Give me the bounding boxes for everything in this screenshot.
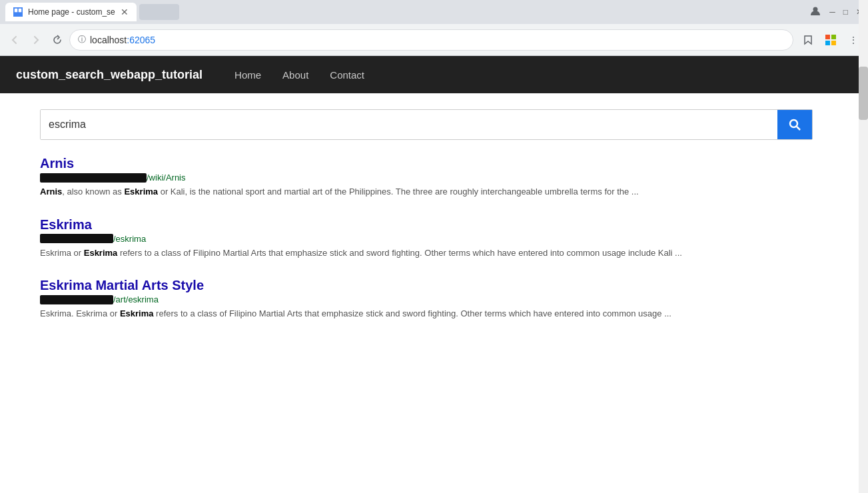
search-btn[interactable] [777, 110, 812, 139]
results-section: Arnis /wiki/Arnis Arnis, also known as E… [0, 156, 868, 320]
app-navbar: custom_search_webapp_tutorial Home About… [0, 56, 868, 93]
nav-contact[interactable]: Contact [330, 69, 364, 81]
inactive-tab[interactable] [139, 4, 179, 20]
result-item: Eskrima Martial Arts Style /art/eskrima … [40, 278, 828, 320]
windows-icon [821, 31, 840, 49]
svg-marker-3 [805, 36, 811, 44]
result-item: Arnis /wiki/Arnis Arnis, also known as E… [40, 156, 828, 199]
title-bar: Home page - custom_se ✕ ─ □ ✕ [0, 0, 868, 24]
tab-title: Home page - custom_se [28, 7, 115, 17]
result-url-path: /art/eskrima [113, 294, 159, 304]
search-input[interactable] [41, 110, 777, 139]
restore-btn[interactable]: □ [843, 7, 848, 17]
back-btn[interactable] [5, 31, 24, 49]
nav-home[interactable]: Home [234, 69, 261, 81]
result-url-row: /eskrima [40, 234, 828, 244]
reload-btn[interactable] [48, 31, 67, 49]
forward-btn[interactable] [27, 31, 45, 49]
app-wrapper: custom_search_webapp_tutorial Home About… [0, 56, 868, 493]
svg-rect-5 [831, 35, 836, 39]
redacted-url [40, 234, 113, 243]
scrollbar[interactable] [859, 0, 868, 493]
svg-rect-1 [19, 9, 21, 12]
nav-about[interactable]: About [282, 69, 308, 81]
tab-close-btn[interactable]: ✕ [121, 7, 129, 17]
result-title-eskrima-martial[interactable]: Eskrima Martial Arts Style [40, 278, 204, 292]
result-item: Eskrima /eskrima Eskrima or Eskrima refe… [40, 217, 828, 260]
svg-rect-6 [825, 41, 830, 45]
redacted-url [40, 173, 147, 183]
tab-favicon [13, 7, 23, 17]
nav-right-icons: ⋮ [799, 31, 863, 49]
svg-rect-0 [15, 9, 17, 12]
search-section [0, 93, 868, 156]
svg-rect-4 [825, 35, 830, 39]
scrollbar-thumb[interactable] [859, 67, 868, 120]
search-box [40, 109, 813, 140]
address-port: :62065 [127, 35, 155, 45]
app-brand: custom_search_webapp_tutorial [16, 68, 203, 82]
result-url-path: /wiki/Arnis [147, 173, 186, 183]
minimize-btn[interactable]: ─ [829, 7, 835, 17]
result-snippet: Arnis, also known as Eskrima or Kali, is… [40, 185, 828, 199]
nav-bar: ⓘ localhost:62065 ⋮ [0, 24, 868, 56]
info-icon: ⓘ [78, 34, 86, 45]
active-tab[interactable]: Home page - custom_se ✕ [5, 3, 137, 21]
svg-rect-7 [831, 41, 836, 45]
result-url-row: /art/eskrima [40, 294, 828, 304]
result-snippet: Eskrima. Eskrima or Eskrima refers to a … [40, 307, 828, 320]
result-url-path: /eskrima [113, 234, 146, 244]
address-text: localhost:62065 [90, 35, 785, 45]
account-icon[interactable] [809, 5, 821, 19]
window-controls: ─ □ ✕ [809, 5, 863, 19]
result-snippet: Eskrima or Eskrima refers to a class of … [40, 246, 828, 260]
svg-point-8 [790, 120, 797, 127]
result-title-arnis[interactable]: Arnis [40, 156, 74, 171]
result-title-eskrima[interactable]: Eskrima [40, 217, 92, 232]
address-host: localhost [90, 35, 127, 45]
bookmark-btn[interactable] [799, 31, 817, 49]
svg-line-9 [797, 127, 800, 130]
result-url-row: /wiki/Arnis [40, 173, 828, 183]
redacted-url [40, 295, 113, 304]
address-bar[interactable]: ⓘ localhost:62065 [69, 29, 793, 51]
